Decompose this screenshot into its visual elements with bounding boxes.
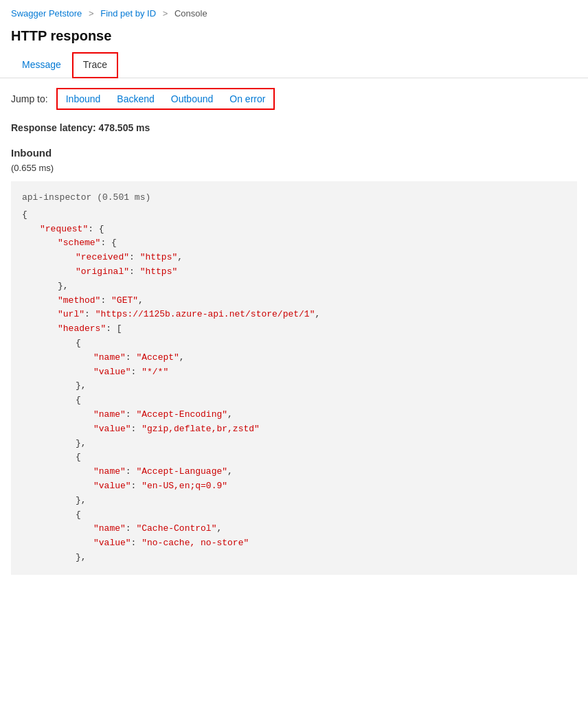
breadcrumb-find-pet[interactable]: Find pet by ID <box>100 8 156 19</box>
breadcrumb-sep-1: > <box>89 8 96 19</box>
code-line-header1-open: { <box>22 336 566 351</box>
code-line-header3-open: { <box>22 450 566 465</box>
code-line-header2-open: { <box>22 393 566 408</box>
code-line-original: "original": "https" <box>22 265 566 279</box>
jump-link-backend[interactable]: Backend <box>114 92 157 106</box>
code-line-header2-value: "value": "gzip,deflate,br,zstd" <box>22 422 566 437</box>
breadcrumb-sep-2: > <box>163 8 170 19</box>
page-title: HTTP response <box>0 25 588 52</box>
code-line-header3-value: "value": "en-US,en;q=0.9" <box>22 479 566 494</box>
tabs-row: Message Trace <box>0 52 588 78</box>
tab-message[interactable]: Message <box>11 52 72 78</box>
code-line-header1-name: "name": "Accept", <box>22 351 566 365</box>
code-block-header: api-inspector (0.501 ms) <box>22 191 566 205</box>
code-line-header1-value: "value": "*/*" <box>22 365 566 380</box>
breadcrumb-swagger-petstore[interactable]: Swagger Petstore <box>11 8 82 19</box>
code-line-request: "request": { <box>22 222 566 237</box>
code-line-scheme-close: }, <box>22 279 566 294</box>
code-line-header2-name: "name": "Accept-Encoding", <box>22 408 566 422</box>
code-line-method: "method": "GET", <box>22 294 566 308</box>
code-line-url: "url": "https://1125b.azure-api.net/stor… <box>22 308 566 322</box>
inbound-heading: Inbound <box>0 144 588 161</box>
jump-link-inbound[interactable]: Inbound <box>63 92 104 106</box>
code-line-received: "received": "https", <box>22 251 566 265</box>
code-line-header1-close: }, <box>22 379 566 393</box>
code-line-brace-open: { <box>22 208 566 222</box>
jump-to-row: Jump to: Inbound Backend Outbound On err… <box>0 78 588 119</box>
code-line-scheme: "scheme": { <box>22 236 566 251</box>
code-line-header3-close: }, <box>22 494 566 508</box>
code-line-header3-name: "name": "Accept-Language", <box>22 465 566 479</box>
breadcrumb-console: Console <box>174 8 207 19</box>
code-line-header4-close: }, <box>22 551 566 565</box>
code-line-header2-close: }, <box>22 437 566 451</box>
jump-to-label: Jump to: <box>11 93 48 104</box>
jump-link-on-error[interactable]: On error <box>227 92 268 106</box>
inbound-time: (0.655 ms) <box>0 161 588 179</box>
code-line-header4-open: { <box>22 508 566 523</box>
jump-links-box: Inbound Backend Outbound On error <box>56 88 275 110</box>
code-block: api-inspector (0.501 ms) { "request": { … <box>11 181 577 575</box>
tab-trace[interactable]: Trace <box>72 52 118 78</box>
code-line-header4-value: "value": "no-cache, no-store" <box>22 536 566 551</box>
breadcrumb: Swagger Petstore > Find pet by ID > Cons… <box>0 0 588 25</box>
code-line-header4-name: "name": "Cache-Control", <box>22 522 566 536</box>
jump-link-outbound[interactable]: Outbound <box>168 92 216 106</box>
code-line-headers: "headers": [ <box>22 322 566 336</box>
response-latency: Response latency: 478.505 ms <box>0 119 588 144</box>
